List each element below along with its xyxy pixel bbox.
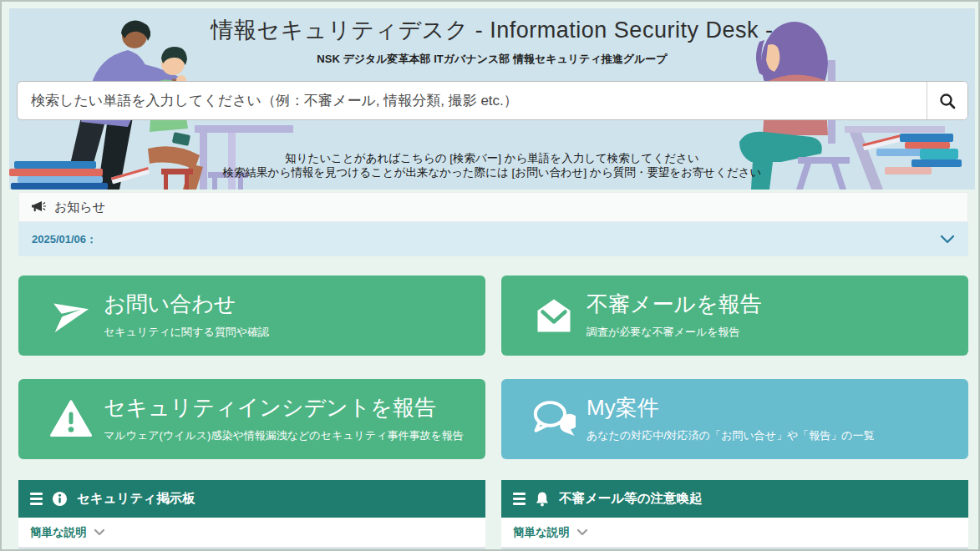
announcements-section: お知らせ 2025/01/06：: [18, 192, 968, 256]
panel-mail-alerts: 不審メール等の注意喚起 簡単な説明: [501, 480, 968, 551]
expander-label: 簡単な説明: [30, 525, 87, 540]
card-contact[interactable]: お問い合わせ セキュリティに関する質問や確認: [18, 276, 485, 356]
bell-icon: [535, 491, 550, 507]
open-envelope-icon: [530, 296, 578, 336]
panel-content-cutoff: [501, 548, 968, 551]
expander-label: 簡単な説明: [513, 525, 570, 540]
panel-title: 不審メール等の注意喚起: [559, 490, 703, 508]
page-subtitle: NSK デジタル変革本部 ITガバナンス部 情報セキュリティ推進グループ: [9, 52, 975, 67]
panel-security-board: セキュリティ掲示板 簡単な説明: [18, 480, 485, 551]
panel-expander[interactable]: 簡単な説明: [18, 518, 485, 548]
chevron-down-icon: [576, 528, 588, 536]
card-my-cases[interactable]: My案件 あなたの対応中/対応済の「お問い合せ」や「報告」の一覧: [501, 379, 968, 459]
chat-bubbles-icon: [530, 400, 578, 438]
search-bar: [17, 81, 968, 120]
panel-title: セキュリティ掲示板: [77, 490, 195, 508]
card-title: お問い合わせ: [104, 291, 269, 317]
card-report-suspicious-mail[interactable]: 不審メールを報告 調査が必要な不審メールを報告: [501, 276, 968, 356]
drag-handle-icon[interactable]: [513, 493, 526, 505]
announcements-title: お知らせ: [54, 200, 105, 215]
paper-plane-icon: [47, 295, 95, 336]
announcement-date: 2025/01/06：: [32, 232, 97, 247]
card-description: 調査が必要な不審メールを報告: [586, 325, 762, 340]
announcement-item[interactable]: 2025/01/06：: [18, 222, 968, 256]
hero-banner: 情報セキュリティデスク - Information Security Desk …: [9, 8, 975, 190]
card-description: マルウェア(ウイルス)感染や情報漏洩などのセキュリティ事件事故を報告: [104, 428, 464, 443]
card-description: セキュリティに関する質問や確認: [104, 325, 269, 340]
panel-header: セキュリティ掲示板: [18, 480, 485, 518]
card-title: セキュリティインシデントを報告: [104, 395, 464, 421]
security-desk-page: 情報セキュリティデスク - Information Security Desk …: [0, 0, 980, 551]
search-input[interactable]: [18, 82, 927, 119]
panel-header: 不審メール等の注意喚起: [501, 480, 968, 518]
info-circle-icon: [52, 491, 68, 507]
search-button[interactable]: [927, 82, 967, 119]
panel-content-cutoff: [18, 548, 485, 551]
card-title: 不審メールを報告: [586, 291, 762, 317]
search-icon: [938, 92, 957, 110]
panel-expander[interactable]: 簡単な説明: [501, 518, 968, 548]
card-description: あなたの対応中/対応済の「お問い合せ」や「報告」の一覧: [586, 428, 875, 443]
card-report-incident[interactable]: セキュリティインシデントを報告 マルウェア(ウイルス)感染や情報漏洩などのセキュ…: [18, 379, 485, 459]
help-line-2: 検索結果から情報を見つけることが出来なかった際には [お問い合わせ] から質問・…: [9, 166, 975, 180]
drag-handle-icon[interactable]: [30, 493, 43, 505]
chevron-down-icon: [94, 528, 105, 536]
search-help-text: 知りたいことがあればこちらの [検索バー] から単語を入力して検索してください …: [9, 152, 975, 180]
card-title: My案件: [586, 395, 875, 421]
megaphone-icon: [31, 200, 46, 214]
announcements-header: お知らせ: [18, 192, 968, 222]
help-line-1: 知りたいことがあればこちらの [検索バー] から単語を入力して検索してください: [9, 152, 975, 166]
chevron-down-icon[interactable]: [940, 235, 955, 244]
warning-triangle-icon: [47, 400, 95, 438]
page-title: 情報セキュリティデスク - Information Security Desk …: [9, 15, 975, 45]
